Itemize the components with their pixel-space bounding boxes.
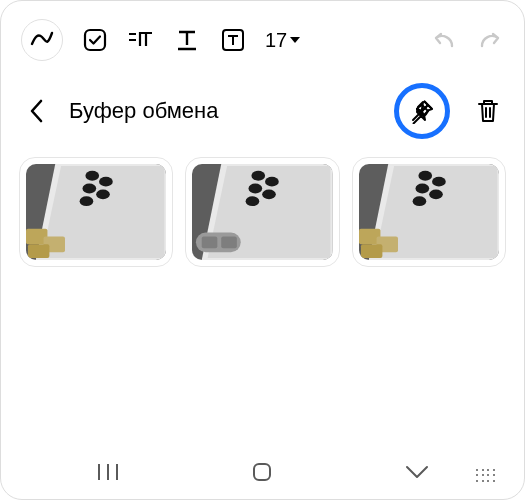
svg-rect-26 xyxy=(222,236,238,248)
svg-point-22 xyxy=(262,189,276,199)
svg-rect-25 xyxy=(202,236,218,248)
home-button[interactable] xyxy=(242,452,282,492)
pen-squiggle-icon xyxy=(28,26,56,54)
svg-rect-15 xyxy=(28,244,49,258)
svg-point-8 xyxy=(85,171,99,181)
text-box-button[interactable] xyxy=(219,26,247,54)
svg-point-20 xyxy=(265,177,279,187)
keyboard-toggle[interactable] xyxy=(476,469,496,483)
font-size-value: 17 xyxy=(265,29,287,52)
home-icon xyxy=(251,461,273,483)
back-button[interactable] xyxy=(21,95,53,127)
svg-point-33 xyxy=(429,189,443,199)
svg-point-30 xyxy=(418,171,432,181)
clipboard-item[interactable] xyxy=(185,157,339,267)
trash-icon xyxy=(476,97,500,125)
svg-point-21 xyxy=(249,184,263,194)
chevron-left-icon xyxy=(27,97,47,125)
recents-icon xyxy=(96,462,120,482)
chevron-down-icon xyxy=(404,463,430,481)
redo-button[interactable] xyxy=(476,26,504,54)
svg-rect-41 xyxy=(254,464,270,480)
svg-rect-0 xyxy=(85,30,105,50)
thumbnail-image xyxy=(359,164,499,260)
svg-point-11 xyxy=(96,189,110,199)
svg-point-10 xyxy=(83,184,97,194)
svg-point-9 xyxy=(99,177,113,187)
text-underline-button[interactable] xyxy=(173,26,201,54)
clipboard-items xyxy=(1,153,524,267)
editor-toolbar: 17 xyxy=(1,1,524,71)
clipboard-header: Буфер обмена xyxy=(1,71,524,153)
svg-rect-37 xyxy=(361,244,382,258)
thumbnail-image xyxy=(192,164,332,260)
thumbnail-image xyxy=(26,164,166,260)
svg-point-12 xyxy=(80,196,94,206)
recents-button[interactable] xyxy=(88,452,128,492)
app-window: 17 Буфер обмена xyxy=(0,0,525,500)
svg-point-19 xyxy=(252,171,266,181)
svg-point-31 xyxy=(432,177,446,187)
svg-point-32 xyxy=(415,184,429,194)
clipboard-item[interactable] xyxy=(19,157,173,267)
delete-button[interactable] xyxy=(472,95,504,127)
svg-point-34 xyxy=(412,196,426,206)
svg-point-23 xyxy=(246,196,260,206)
pin-button[interactable] xyxy=(406,95,438,127)
pin-icon xyxy=(409,98,435,124)
text-format-button[interactable] xyxy=(127,26,155,54)
undo-button[interactable] xyxy=(430,26,458,54)
font-size-selector[interactable]: 17 xyxy=(265,29,301,52)
system-navbar xyxy=(1,445,524,499)
checkbox-button[interactable] xyxy=(81,26,109,54)
chevron-down-icon xyxy=(289,34,301,46)
clipboard-title: Буфер обмена xyxy=(65,98,382,124)
clipboard-item[interactable] xyxy=(352,157,506,267)
pin-highlight-ring xyxy=(394,83,450,139)
handwriting-button[interactable] xyxy=(21,19,63,61)
back-nav-button[interactable] xyxy=(397,452,437,492)
